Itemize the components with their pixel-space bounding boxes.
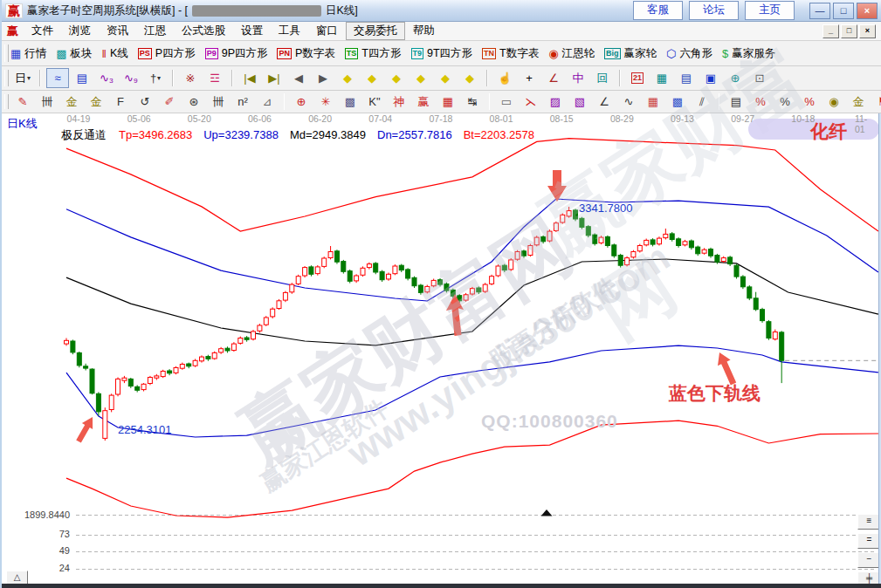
- menu-item[interactable]: 工具: [271, 22, 308, 40]
- toolbar-item-江恩轮[interactable]: ◉江恩轮: [548, 46, 595, 61]
- calendar-icon[interactable]: 21: [626, 68, 649, 88]
- kline-style-dropdown[interactable]: 日▾: [11, 68, 34, 88]
- menu-item[interactable]: 江恩: [136, 22, 174, 40]
- panel-layout-button-3[interactable]: −: [857, 552, 881, 568]
- toolbar-item-赢家服务[interactable]: $赢家服务: [722, 46, 775, 61]
- percent-band-icon[interactable]: %: [749, 92, 772, 112]
- hand-icon[interactable]: ☝: [493, 68, 516, 88]
- titlebar-link-button[interactable]: 主页: [745, 1, 795, 20]
- menu-item[interactable]: 公式选股: [174, 22, 233, 40]
- parallel-lines-icon[interactable]: ⫽: [691, 92, 713, 112]
- percent-line-icon[interactable]: %: [798, 92, 821, 112]
- child-close-button[interactable]: ×: [859, 24, 876, 38]
- notes-icon[interactable]: ▤: [675, 68, 698, 88]
- child-restore-button[interactable]: □: [841, 24, 857, 38]
- toolbar-item-赢家轮[interactable]: Big赢家轮: [604, 46, 657, 61]
- toolbar-item-板块[interactable]: ▩板块: [56, 46, 92, 61]
- stats-table-icon[interactable]: ▤: [725, 92, 747, 112]
- prev-icon[interactable]: ◀: [287, 68, 310, 88]
- workstation-icon[interactable]: ⊡: [748, 68, 771, 88]
- menu-item[interactable]: 浏览: [61, 22, 99, 40]
- gold-circle-icon[interactable]: ◉: [822, 92, 845, 112]
- restore-button[interactable]: □: [833, 3, 854, 19]
- red-grid-icon[interactable]: ▦: [642, 92, 664, 112]
- fibo-comb-icon[interactable]: F: [109, 92, 132, 112]
- menu-item[interactable]: 窗口: [308, 22, 346, 40]
- spiral-icon[interactable]: ↺: [134, 92, 156, 112]
- diamond-compress-icon[interactable]: ◆: [434, 68, 457, 88]
- grid-123-icon[interactable]: ▦: [437, 92, 459, 112]
- wave9-icon[interactable]: ∿₉: [120, 68, 142, 88]
- toolbar-item-9P四方形[interactable]: P99P四方形: [205, 46, 268, 61]
- circle-cross-icon[interactable]: ⊕: [290, 92, 313, 112]
- tool-zhong-icon[interactable]: 中: [567, 68, 589, 88]
- diamond-fit-icon[interactable]: ◆: [458, 68, 481, 88]
- comb-icon[interactable]: 卌: [207, 92, 230, 112]
- panel-layout-button-1[interactable]: ≡: [857, 514, 881, 530]
- toolbar-item-9T四方形[interactable]: T99T四方形: [411, 46, 473, 61]
- zigzag-icon[interactable]: ∿: [617, 92, 640, 112]
- wave3-icon[interactable]: ∿₃: [95, 68, 118, 88]
- info-doc-icon[interactable]: ▤: [71, 68, 93, 88]
- titlebar-link-button[interactable]: 论坛: [689, 1, 739, 20]
- angle-lines-icon[interactable]: ∠: [593, 92, 616, 112]
- fan-lines-icon[interactable]: ⋋: [520, 92, 542, 112]
- trendline-icon[interactable]: ∠: [542, 68, 565, 88]
- menu-item[interactable]: 设置: [233, 22, 271, 40]
- calculator-icon[interactable]: ▦: [650, 68, 673, 88]
- diamond-cross-icon[interactable]: ◆: [410, 68, 432, 88]
- gold-comb2-icon[interactable]: 金: [85, 92, 107, 112]
- rect-tool-icon[interactable]: ▭: [495, 92, 518, 112]
- toolbar-item-P数字表[interactable]: PNP数字表: [277, 46, 334, 61]
- close-button[interactable]: ×: [857, 3, 878, 19]
- angle-mirror-icon[interactable]: ⊿: [256, 92, 279, 112]
- toolbar-item-行情[interactable]: ▦行情: [10, 46, 46, 61]
- toolbar-item-P四方形[interactable]: PSP四方形: [138, 46, 196, 61]
- toolbar-item-六角形[interactable]: ⬡六角形: [666, 46, 712, 61]
- kline-mark-icon[interactable]: K": [363, 92, 386, 112]
- toolbar-item-T四方形[interactable]: TST四方形: [345, 46, 402, 61]
- minimize-button[interactable]: —: [809, 3, 830, 19]
- star-web-icon[interactable]: ✳: [314, 92, 337, 112]
- toolbar-item-K线[interactable]: ‖K线: [102, 46, 128, 61]
- candle-style-dropdown[interactable]: †▾: [144, 68, 167, 88]
- save-icon[interactable]: ▣: [699, 68, 722, 88]
- ying-grid-icon[interactable]: 赢: [412, 92, 435, 112]
- span-arrows-icon[interactable]: ↹: [461, 92, 484, 112]
- zigzag-wave-icon[interactable]: ≈: [46, 68, 69, 88]
- hatch-box-icon[interactable]: ▧: [568, 92, 591, 112]
- n-square-icon[interactable]: n²: [231, 92, 254, 112]
- next-icon[interactable]: ▶: [312, 68, 334, 88]
- child-minimize-button[interactable]: _: [822, 24, 839, 38]
- blue-grid-icon[interactable]: ▩: [666, 92, 689, 112]
- shen-grid-icon[interactable]: 神: [388, 92, 410, 112]
- histogram-icon[interactable]: ☲: [203, 68, 226, 88]
- gann-comb-icon[interactable]: 卌: [36, 92, 59, 112]
- flag-pen-icon[interactable]: ⚑: [871, 92, 881, 112]
- first-icon[interactable]: |◀: [238, 68, 261, 88]
- last-icon[interactable]: ▶|: [263, 68, 286, 88]
- panel-layout-button-2[interactable]: =: [857, 533, 881, 549]
- pattern-icon[interactable]: ※: [179, 68, 202, 88]
- percent-icon[interactable]: %: [774, 92, 796, 112]
- menu-item[interactable]: 文件: [24, 22, 61, 40]
- diamond-right-icon[interactable]: ◆: [361, 68, 383, 88]
- circle-arc-icon[interactable]: ⊛: [182, 92, 205, 112]
- titlebar-link-button[interactable]: 客服: [633, 1, 683, 20]
- pen-ruler-icon[interactable]: ✐: [158, 92, 181, 112]
- web-export-icon[interactable]: ⊕: [724, 68, 747, 88]
- toolbar-item-T数字表[interactable]: TNT数字表: [482, 46, 539, 61]
- menu-item[interactable]: 资讯: [99, 22, 136, 40]
- tool-hui-icon[interactable]: 回: [591, 68, 614, 88]
- menu-item[interactable]: 交易委托: [346, 22, 405, 40]
- diamond-left-icon[interactable]: ◆: [336, 68, 359, 88]
- web-box-icon[interactable]: ▩: [339, 92, 361, 112]
- gold-comb-icon[interactable]: 金: [60, 92, 83, 112]
- pen-icon[interactable]: ✎: [11, 92, 34, 112]
- fan-box-icon[interactable]: ▨: [544, 92, 567, 112]
- diamond-expand-icon[interactable]: ◆: [385, 68, 408, 88]
- chart-canvas[interactable]: [2, 113, 878, 584]
- menu-item[interactable]: 帮助: [405, 22, 443, 40]
- crosshair-icon[interactable]: +: [518, 68, 540, 88]
- gold-lines-icon[interactable]: 金: [847, 92, 870, 112]
